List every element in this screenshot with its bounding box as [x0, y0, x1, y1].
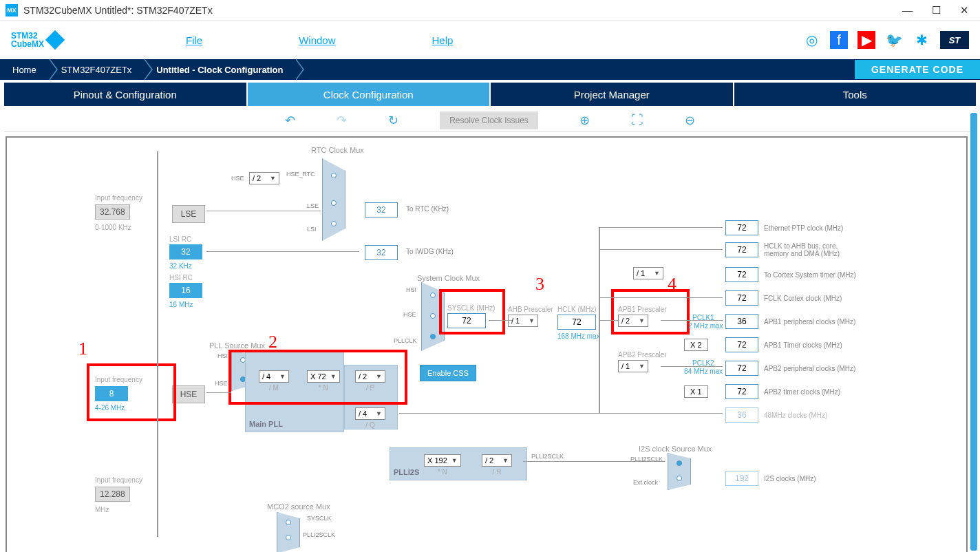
out-apb2-periph-label: APB2 peripheral clocks (MHz): [764, 365, 855, 372]
redo-icon[interactable]: ↷: [337, 113, 347, 128]
minimize-icon[interactable]: —: [902, 4, 913, 17]
out-apb1-timer-label: APB1 Timer clocks (MHz): [764, 341, 842, 349]
i2s-in-units: MHz: [95, 506, 142, 513]
main-pll-label: Main PLL: [249, 420, 283, 428]
tab-tools[interactable]: Tools: [734, 83, 977, 106]
lsirc-units: 32 KHz: [169, 262, 202, 270]
annotation-num-4: 4: [668, 274, 677, 295]
out-ahb-value: 72: [725, 242, 758, 257]
hsirc-value: 16: [169, 283, 202, 298]
tab-pinout[interactable]: Pinout & Configuration: [4, 83, 246, 106]
lse-range: 0-1000 KHz: [95, 224, 142, 231]
hse-rtc-divider[interactable]: / 2▼: [249, 172, 279, 184]
i2s-in-label: Input frequency: [95, 476, 142, 484]
rtc-mux[interactable]: [322, 158, 345, 241]
menu-window[interactable]: Window: [299, 34, 335, 46]
annotation-num-1: 1: [78, 339, 87, 359]
menu-help[interactable]: Help: [432, 34, 454, 46]
rtc-mux-label: RTC Clock Mux: [311, 146, 364, 154]
lse-box: LSE: [172, 205, 205, 223]
out-apb2-timer-value: 72: [725, 384, 758, 399]
tab-clock[interactable]: Clock Configuration: [248, 83, 490, 106]
sys-mux-label: System Clock Mux: [417, 274, 480, 282]
annotation-num-3: 3: [535, 274, 544, 295]
hclk-max: 168 MHz max: [557, 332, 600, 340]
out-48mhz-value: 36: [725, 407, 758, 423]
titlebar: MX STM32CubeMX Untitled*: STM32F407ZETx …: [0, 0, 980, 21]
cortex-timer-divider[interactable]: / 1▼: [633, 267, 663, 279]
apb2-prescaler[interactable]: / 1▼: [618, 360, 648, 372]
i2s-mux[interactable]: [668, 453, 691, 490]
out-apb1-periph-label: APB1 peripheral clocks (MHz): [764, 318, 855, 326]
pll-q-select[interactable]: / 4▼: [355, 407, 385, 420]
breadcrumb-home[interactable]: Home: [0, 59, 49, 80]
annotation-box-4: [611, 289, 690, 335]
tabs: Pinout & Configuration Clock Configurati…: [4, 83, 976, 106]
cube-icon: [45, 30, 65, 50]
hclk-value[interactable]: 72: [557, 315, 596, 330]
iwdg-out-value: 32: [365, 245, 398, 260]
tab-project[interactable]: Project Manager: [491, 83, 733, 106]
annotation-box-1: [87, 363, 176, 421]
ahb-label: AHB Prescaler: [508, 306, 553, 313]
resolve-clock-button[interactable]: Resolve Clock Issues: [440, 112, 538, 129]
zoom-out-icon[interactable]: ⊖: [685, 113, 695, 128]
twitter-icon[interactable]: 🐦: [885, 31, 903, 49]
out-apb1-periph-value: 36: [725, 314, 758, 329]
top-menu: STM32 CubeMX File Window Help ◎ f ▶ 🐦 ✱ …: [0, 21, 980, 59]
menu-file[interactable]: File: [186, 34, 202, 46]
breadcrumb-chip[interactable]: STM32F407ZETx: [49, 59, 145, 80]
scrollbar-vertical[interactable]: [970, 113, 977, 551]
out-cortex-timer-label: To Cortex System timer (MHz): [764, 271, 856, 279]
hsirc-units: 16 MHz: [169, 301, 202, 308]
annotation-box-3: [439, 289, 505, 335]
breadcrumb: Home STM32F407ZETx Untitled - Clock Conf…: [0, 59, 980, 80]
breadcrumb-page[interactable]: Untitled - Clock Configuration: [144, 59, 295, 80]
annotation-num-2: 2: [268, 332, 277, 352]
rtc-out-value: 32: [365, 202, 398, 217]
clock-diagram: Input frequency 32.768 0-1000 KHz LSE LS…: [6, 136, 968, 552]
share-icon[interactable]: ✱: [913, 31, 930, 49]
hsirc-label: HSI RC: [169, 274, 202, 282]
out-apb1-timer-value: 72: [725, 337, 758, 352]
undo-icon[interactable]: ↶: [285, 113, 295, 128]
lsirc-value: 32: [169, 244, 202, 259]
enable-css-button[interactable]: Enable CSS: [420, 365, 476, 381]
out-fclk-label: FCLK Cortex clock (MHz): [764, 295, 842, 302]
ahb-prescaler[interactable]: / 1▼: [508, 315, 538, 327]
lsirc-label: LSI RC: [169, 235, 202, 243]
generate-code-button[interactable]: GENERATE CODE: [855, 60, 980, 79]
hclk-label: HCLK (MHz): [557, 306, 600, 313]
close-icon[interactable]: ✕: [960, 4, 969, 17]
pll-src-label: PLL Source Mux: [209, 341, 265, 350]
maximize-icon[interactable]: ☐: [932, 4, 941, 17]
app-icon: MX: [6, 4, 18, 17]
apb2-timer-mult: X 1: [684, 385, 708, 398]
lse-label: Input frequency: [95, 194, 142, 202]
out-eth-value: 72: [725, 220, 758, 235]
lse-value: 32.768: [95, 204, 130, 220]
logo: STM32 CubeMX: [11, 32, 62, 48]
iwdg-out-label: To IWDG (KHz): [406, 248, 454, 255]
apb1-timer-mult: X 2: [684, 339, 708, 351]
badge-icon[interactable]: ◎: [802, 31, 820, 49]
facebook-icon[interactable]: f: [830, 31, 848, 49]
annotation-box-2: [228, 350, 407, 405]
out-eth-label: Ethernet PTP clock (MHz): [764, 224, 843, 232]
refresh-icon[interactable]: ↻: [388, 113, 398, 128]
plli2s-r-select[interactable]: / 2▼: [482, 454, 512, 467]
apb2-label: APB2 Prescaler: [618, 351, 667, 359]
out-apb2-periph-value: 72: [725, 361, 758, 376]
st-logo-icon[interactable]: ST: [940, 31, 969, 49]
rtc-out-label: To RTC (KHz): [406, 205, 449, 213]
toolbar: ↶ ↷ ↻ Resolve Clock Issues ⊕ ⛶ ⊖: [4, 109, 976, 132]
zoom-in-icon[interactable]: ⊕: [579, 113, 590, 128]
mco2-mux[interactable]: [277, 512, 300, 552]
out-fclk-value: 72: [725, 290, 758, 306]
out-i2s-label: I2S clocks (MHz): [764, 475, 816, 482]
i2s-in-value: 12.288: [95, 487, 130, 502]
fullscreen-icon[interactable]: ⛶: [631, 113, 643, 127]
plli2s-n-select[interactable]: X 192▼: [424, 454, 461, 467]
youtube-icon[interactable]: ▶: [858, 31, 875, 49]
i2s-mux-label: I2S clock Source Mux: [639, 445, 712, 453]
